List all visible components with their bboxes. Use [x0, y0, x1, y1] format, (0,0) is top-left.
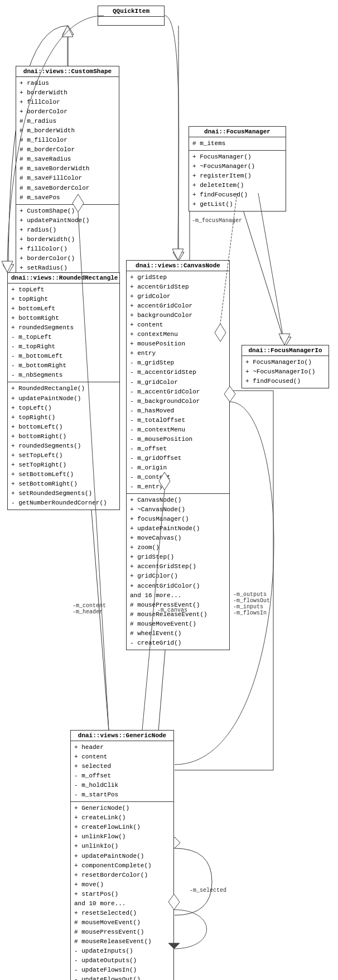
box-section-CanvasNode-attrs: + gridStep + accentGridStep + gridColor … — [127, 271, 229, 494]
box-section-FocusManagerIo-methods: + FocusManagerIo() + ~FocusManagerIo() +… — [242, 356, 329, 388]
box-CanvasNode: dnai::views::CanvasNode + gridStep + acc… — [126, 260, 230, 650]
box-section-GenericNode-attrs: + header + content + selected - m_offset… — [71, 741, 173, 802]
svg-line-7 — [238, 194, 286, 346]
box-title-FocusManagerIo: dnai::FocusManagerIo — [242, 345, 329, 356]
label-outputs: -m_outputs-m_flowsOut-m_inputs-m_flowsIn — [233, 592, 270, 616]
box-title-CustomShape: dnai::views::CustomShape — [16, 66, 119, 77]
svg-marker-22 — [279, 334, 290, 345]
box-title-FocusManager: dnai::FocusManager — [189, 127, 286, 137]
box-section-CanvasNode-methods: + CanvasNode() + ~CanvasNode() + focusMa… — [127, 494, 229, 650]
box-title-QQuickItem: QQuickItem — [98, 6, 164, 17]
box-section-GenericNode-methods: + GenericNode() + createLink() + createF… — [71, 802, 173, 980]
box-section-FocusManager-methods: + FocusManager() + ~FocusManager() + reg… — [189, 151, 286, 211]
label-content-header: -m_content-m_header — [73, 603, 106, 615]
box-RoundedRectangle: dnai::views::RoundedRectangle + topLeft … — [7, 272, 120, 510]
box-section-FocusManager-attrs: # m_items — [189, 137, 286, 151]
diagram-container: QQuickItem dnai::views::CustomShape + ra… — [0, 0, 338, 980]
label-selected: -m_selected — [190, 887, 226, 893]
box-title-RoundedRectangle: dnai::views::RoundedRectangle — [8, 273, 119, 284]
box-title-CanvasNode: dnai::views::CanvasNode — [127, 261, 229, 271]
svg-marker-16 — [62, 26, 73, 37]
box-GenericNode: dnai::views::GenericNode + header + cont… — [70, 730, 174, 980]
svg-marker-17 — [2, 261, 13, 272]
box-title-GenericNode: dnai::views::GenericNode — [71, 731, 173, 741]
box-FocusManagerIo: dnai::FocusManagerIo + FocusManagerIo() … — [242, 345, 329, 388]
box-section-RoundedRectangle-methods: + RoundedRectangle() + updatePaintNode()… — [8, 382, 119, 510]
label-focusManager: -m_focusManager — [192, 218, 242, 224]
svg-line-21 — [258, 193, 284, 345]
svg-marker-2 — [62, 26, 74, 35]
box-section-RoundedRectangle-attrs: + topLeft + topRight + bottomLeft + bott… — [8, 284, 119, 382]
box-QQuickItem: QQuickItem — [98, 6, 165, 26]
box-FocusManager: dnai::FocusManager # m_items + FocusMana… — [189, 126, 286, 212]
svg-marker-18 — [172, 249, 184, 260]
box-section-CustomShape-attrs: + radius + borderWidth + fillColor + bor… — [16, 77, 119, 205]
label-canvas: -m_canvas — [157, 607, 187, 613]
